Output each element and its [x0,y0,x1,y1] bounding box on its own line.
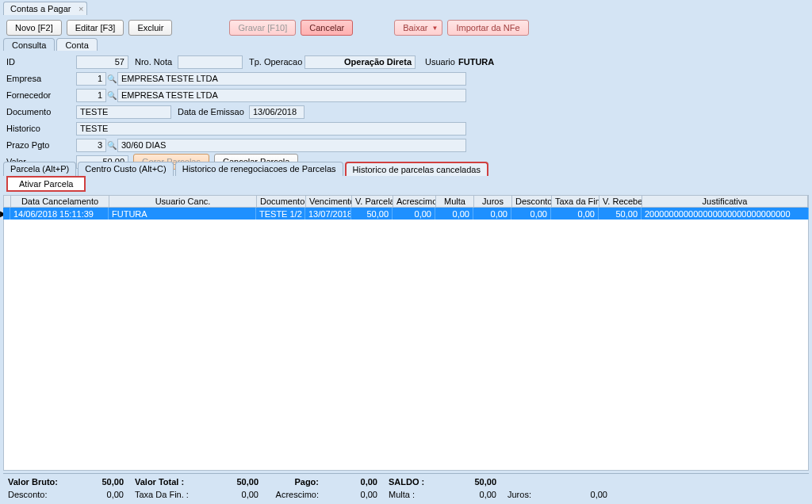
excluir-button[interactable]: Excluir [128,20,172,36]
desconto-value: 0,00 [71,490,135,499]
table-row[interactable]: 14/06/2018 15:11:39 FUTURA TESTE 1/2 13/… [3,208,809,220]
fornecedor-id-field: 1 [76,89,106,102]
acrescimo-value: 0,00 [325,490,389,499]
cell-documento: TESTE 1/2 [256,208,305,220]
cell-justificativa: 200000000000000000000000000000 [642,208,809,220]
juros-value: 0,00 [555,490,619,499]
acrescimo-label: Acrescimo: [270,490,325,499]
valor-total-value: 50,00 [206,477,270,487]
nro-nota-label: Nro. Nota [133,57,178,67]
cell-vencimento: 13/07/2018 [305,208,351,220]
ativar-parcela-button[interactable]: Ativar Parcela [6,176,86,192]
id-field: 57 [76,55,128,69]
search-icon[interactable]: 🔍 [106,91,117,100]
saldo-value: 50,00 [444,477,508,487]
col-taxa-fin[interactable]: Taxa da Fin. [552,196,599,207]
juros-label: Juros: [508,490,555,499]
valor-total-label: Valor Total : [135,477,206,487]
tab-centro-custo[interactable]: Centro Custo (Alt+C) [78,162,173,176]
empresa-nome-field: EMPRESA TESTE LTDA [117,72,466,86]
cell-desconto: 0,00 [511,208,551,220]
usuario-value: FUTURA [458,57,494,67]
footer-totals: Valor Bruto: 50,00 Valor Total : 50,00 P… [3,473,809,502]
col-v-receber[interactable]: V. Receber [599,196,642,207]
col-vencimento[interactable]: Vencimento [306,196,352,207]
cell-usuario: FUTURA [109,208,256,220]
empresa-label: Empresa [5,74,76,83]
multa-label: Multa : [389,490,444,499]
prazo-nome-field: 30/60 DIAS [117,139,466,152]
baixar-button[interactable]: Baixar [394,20,442,36]
col-justificativa[interactable]: Justificativa [642,196,808,207]
main-toolbar: Novo [F2] Editar [F3] Excluir Gravar [F1… [3,17,809,38]
documento-field[interactable]: TESTE [76,105,171,119]
valor-bruto-value: 50,00 [71,477,135,487]
cell-data-cancel: 14/06/2018 15:11:39 [10,208,109,220]
search-icon[interactable]: 🔍 [106,141,117,150]
data-emissao-field[interactable]: 13/06/2018 [249,105,304,119]
tab-historico-cancel[interactable]: Historico de parcelas canceladas [345,162,488,176]
cell-juros: 0,00 [473,208,511,220]
pago-label: Pago: [270,477,325,487]
window-tab: Contas a Pagar × [3,2,87,15]
tab-conta[interactable]: Conta [56,38,97,52]
tab-parcela[interactable]: Parcela (Alt+P) [3,162,76,176]
grid-body [3,220,809,471]
saldo-label: SALDO : [389,477,444,487]
col-usuario-canc[interactable]: Usuario Canc. [109,196,257,207]
valor-bruto-label: Valor Bruto: [8,477,71,487]
main-tabs: Consulta Conta [3,38,99,52]
importar-nfe-button[interactable]: Importar da NFe [447,20,528,36]
col-acrescimo[interactable]: Acrescimo [393,196,436,207]
historico-field[interactable]: TESTE [76,122,466,136]
empresa-id-field: 1 [76,72,106,86]
tab-historico-reneg[interactable]: Historico de renegociacoes de Parcelas [175,162,343,176]
col-desconto[interactable]: Desconto [512,196,552,207]
col-juros[interactable]: Juros [474,196,512,207]
grid-header: Data Cancelamento Usuario Canc. Document… [3,195,809,208]
gravar-button[interactable]: Gravar [F10] [229,20,296,36]
sub-toolbar: Ativar Parcela [6,176,86,192]
col-documento[interactable]: Documento [257,196,306,207]
id-label: ID [5,57,76,67]
prazo-label: Prazo Pgto [5,140,76,150]
search-icon[interactable]: 🔍 [106,74,117,83]
col-data-cancel[interactable]: Data Cancelamento [11,196,109,207]
tp-operacao-field: Operação Direta [304,55,416,69]
parcela-tabs: Parcela (Alt+P) Centro Custo (Alt+C) His… [3,162,490,176]
cell-multa: 0,00 [435,208,473,220]
window-title: Contas a Pagar [10,4,71,13]
usuario-label: Usuario [423,57,458,67]
fornecedor-label: Fornecedor [5,90,76,100]
pago-value: 0,00 [325,477,389,487]
fornecedor-nome-field: EMPRESA TESTE LTDA [117,89,466,102]
historico-label: Historico [5,124,76,133]
cell-acrescimo: 0,00 [393,208,435,220]
taxa-fin-value: 0,00 [206,490,270,499]
novo-button[interactable]: Novo [F2] [6,20,62,36]
tp-operacao-label: Tp. Operacao [247,57,304,67]
cancelar-button[interactable]: Cancelar [301,20,353,36]
cell-taxa: 0,00 [551,208,599,220]
cell-v-receber: 50,00 [599,208,642,220]
col-multa[interactable]: Multa [436,196,474,207]
close-icon[interactable]: × [79,4,83,13]
documento-label: Documento [5,107,76,116]
data-emissao-label: Data de Emissao [176,107,249,116]
multa-value: 0,00 [444,490,508,499]
nro-nota-field [178,55,243,69]
prazo-id-field: 3 [76,139,106,152]
taxa-fin-label: Taxa Da Fin. : [135,490,206,499]
editar-button[interactable]: Editar [F3] [67,20,124,36]
tab-consulta[interactable]: Consulta [3,38,55,52]
col-v-parcela[interactable]: V. Parcela [352,196,393,207]
desconto-label: Desconto: [8,490,71,499]
form-panel: ID 57 Nro. Nota Tp. Operacao Operação Di… [3,51,809,175]
cell-v-parcela: 50,00 [351,208,393,220]
